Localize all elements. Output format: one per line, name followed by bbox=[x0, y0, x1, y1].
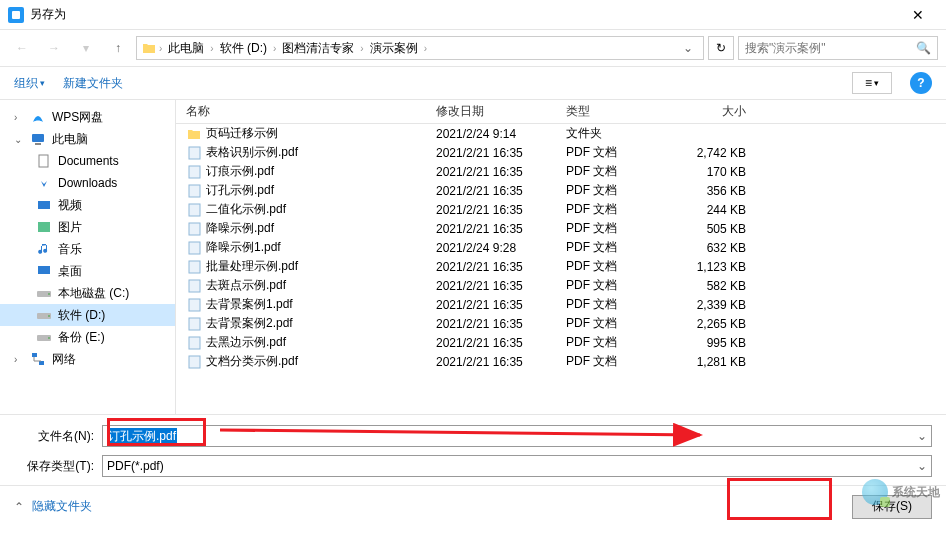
sidebar-item[interactable]: 音乐 bbox=[0, 238, 175, 260]
svg-rect-25 bbox=[189, 337, 200, 349]
close-icon[interactable]: ✕ bbox=[898, 7, 938, 23]
pdf-icon bbox=[186, 145, 202, 161]
file-row[interactable]: 页码迁移示例2021/2/24 9:14文件夹 bbox=[176, 124, 946, 143]
file-row[interactable]: 降噪示例.pdf2021/2/21 16:35PDF 文档505 KB bbox=[176, 219, 946, 238]
view-options[interactable]: ≡▾ bbox=[852, 72, 892, 94]
file-row[interactable]: 去背景案例2.pdf2021/2/21 16:35PDF 文档2,265 KB bbox=[176, 314, 946, 333]
file-name: 订痕示例.pdf bbox=[206, 164, 274, 178]
forward-button[interactable]: → bbox=[40, 36, 68, 60]
col-date[interactable]: 修改日期 bbox=[426, 103, 556, 120]
file-size: 2,742 KB bbox=[656, 146, 766, 160]
crumb-1[interactable]: 软件 (D:) bbox=[216, 40, 271, 57]
folder-icon bbox=[186, 126, 202, 142]
pc-icon bbox=[30, 131, 46, 147]
crumb-0[interactable]: 此电脑 bbox=[164, 40, 208, 57]
sidebar-item-label: 桌面 bbox=[58, 263, 82, 280]
crumb-2[interactable]: 图档清洁专家 bbox=[278, 40, 358, 57]
chevron-right-icon: › bbox=[273, 43, 276, 54]
toolbar: 组织 ▾ 新建文件夹 ≡▾ ? bbox=[0, 66, 946, 100]
file-row[interactable]: 批量处理示例.pdf2021/2/21 16:35PDF 文档1,123 KB bbox=[176, 257, 946, 276]
file-row[interactable]: 订孔示例.pdf2021/2/21 16:35PDF 文档356 KB bbox=[176, 181, 946, 200]
music-icon bbox=[36, 241, 52, 257]
file-list-body[interactable]: 页码迁移示例2021/2/24 9:14文件夹表格识别示例.pdf2021/2/… bbox=[176, 124, 946, 414]
filename-field[interactable]: 订孔示例.pdf ⌄ bbox=[102, 425, 932, 447]
back-button[interactable]: ← bbox=[8, 36, 36, 60]
file-type: PDF 文档 bbox=[556, 144, 656, 161]
chevron-down-icon[interactable]: ⌄ bbox=[917, 429, 927, 443]
organize-menu[interactable]: 组织 ▾ bbox=[14, 75, 45, 92]
titlebar: 另存为 ✕ bbox=[0, 0, 946, 30]
sidebar-item[interactable]: ⌄此电脑 bbox=[0, 128, 175, 150]
file-row[interactable]: 去黑边示例.pdf2021/2/21 16:35PDF 文档995 KB bbox=[176, 333, 946, 352]
column-headers[interactable]: 名称 修改日期 类型 大小 bbox=[176, 100, 946, 124]
pdf-icon bbox=[186, 335, 202, 351]
file-date: 2021/2/21 16:35 bbox=[426, 222, 556, 236]
help-button[interactable]: ? bbox=[910, 72, 932, 94]
refresh-button[interactable]: ↻ bbox=[708, 36, 734, 60]
search-icon[interactable]: 🔍 bbox=[916, 41, 931, 55]
expand-icon[interactable]: ⌃ bbox=[14, 500, 28, 514]
up-button[interactable]: ↑ bbox=[104, 36, 132, 60]
file-row[interactable]: 表格识别示例.pdf2021/2/21 16:35PDF 文档2,742 KB bbox=[176, 143, 946, 162]
sidebar-item[interactable]: 视频 bbox=[0, 194, 175, 216]
sidebar-item[interactable]: 备份 (E:) bbox=[0, 326, 175, 348]
file-row[interactable]: 降噪示例1.pdf2021/2/24 9:28PDF 文档632 KB bbox=[176, 238, 946, 257]
sidebar-item-label: 视频 bbox=[58, 197, 82, 214]
col-name[interactable]: 名称 bbox=[176, 103, 426, 120]
search-box[interactable]: 🔍 bbox=[738, 36, 938, 60]
svg-rect-0 bbox=[12, 11, 20, 19]
sidebar-item-label: 音乐 bbox=[58, 241, 82, 258]
file-row[interactable]: 去斑点示例.pdf2021/2/21 16:35PDF 文档582 KB bbox=[176, 276, 946, 295]
sidebar-item[interactable]: Documents bbox=[0, 150, 175, 172]
file-row[interactable]: 去背景案例1.pdf2021/2/21 16:35PDF 文档2,339 KB bbox=[176, 295, 946, 314]
savetype-field[interactable]: PDF(*.pdf) ⌄ bbox=[102, 455, 932, 477]
new-folder-button[interactable]: 新建文件夹 bbox=[63, 75, 123, 92]
sidebar-item[interactable]: 图片 bbox=[0, 216, 175, 238]
drive-icon bbox=[36, 329, 52, 345]
sidebar-item[interactable]: 软件 (D:) bbox=[0, 304, 175, 326]
net-icon bbox=[30, 351, 46, 367]
save-button[interactable]: 保存(S) bbox=[852, 495, 932, 519]
crumb-3[interactable]: 演示案例 bbox=[366, 40, 422, 57]
file-size: 244 KB bbox=[656, 203, 766, 217]
filename-label: 文件名(N): bbox=[14, 428, 94, 445]
sidebar-item[interactable]: ›WPS网盘 bbox=[0, 106, 175, 128]
col-type[interactable]: 类型 bbox=[556, 103, 656, 120]
svg-rect-4 bbox=[38, 201, 50, 209]
file-date: 2021/2/21 16:35 bbox=[426, 146, 556, 160]
svg-rect-17 bbox=[189, 185, 200, 197]
app-icon bbox=[8, 7, 24, 23]
file-row[interactable]: 二值化示例.pdf2021/2/21 16:35PDF 文档244 KB bbox=[176, 200, 946, 219]
sidebar-item[interactable]: Downloads bbox=[0, 172, 175, 194]
col-size[interactable]: 大小 bbox=[656, 103, 766, 120]
breadcrumb-dropdown[interactable]: ⌄ bbox=[677, 41, 699, 55]
sidebar-item-label: 图片 bbox=[58, 219, 82, 236]
history-button[interactable]: ▾ bbox=[72, 36, 100, 60]
file-row[interactable]: 订痕示例.pdf2021/2/21 16:35PDF 文档170 KB bbox=[176, 162, 946, 181]
navbar: ← → ▾ ↑ › 此电脑 › 软件 (D:) › 图档清洁专家 › 演示案例 … bbox=[0, 30, 946, 66]
sidebar-item-label: 备份 (E:) bbox=[58, 329, 105, 346]
sidebar-item[interactable]: ›网络 bbox=[0, 348, 175, 370]
sidebar-item[interactable]: 桌面 bbox=[0, 260, 175, 282]
breadcrumb[interactable]: › 此电脑 › 软件 (D:) › 图档清洁专家 › 演示案例 › ⌄ bbox=[136, 36, 704, 60]
file-name: 去斑点示例.pdf bbox=[206, 278, 286, 292]
file-size: 1,281 KB bbox=[656, 355, 766, 369]
sidebar-item[interactable]: 本地磁盘 (C:) bbox=[0, 282, 175, 304]
window-title: 另存为 bbox=[30, 6, 898, 23]
drive-icon bbox=[36, 285, 52, 301]
svg-point-12 bbox=[48, 337, 50, 339]
chevron-down-icon[interactable]: ⌄ bbox=[917, 459, 927, 473]
pdf-icon bbox=[186, 183, 202, 199]
file-type: PDF 文档 bbox=[556, 239, 656, 256]
file-type: PDF 文档 bbox=[556, 163, 656, 180]
svg-rect-18 bbox=[189, 204, 200, 216]
chevron-right-icon: › bbox=[210, 43, 213, 54]
file-row[interactable]: 文档分类示例.pdf2021/2/21 16:35PDF 文档1,281 KB bbox=[176, 352, 946, 371]
search-input[interactable] bbox=[745, 41, 916, 55]
main-area: ›WPS网盘⌄此电脑DocumentsDownloads视频图片音乐桌面本地磁盘… bbox=[0, 100, 946, 414]
svg-rect-13 bbox=[32, 353, 37, 357]
filename-value[interactable]: 订孔示例.pdf bbox=[107, 428, 177, 445]
svg-rect-5 bbox=[38, 222, 50, 232]
hide-folders-link[interactable]: 隐藏文件夹 bbox=[32, 498, 92, 515]
savetype-label: 保存类型(T): bbox=[14, 458, 94, 475]
